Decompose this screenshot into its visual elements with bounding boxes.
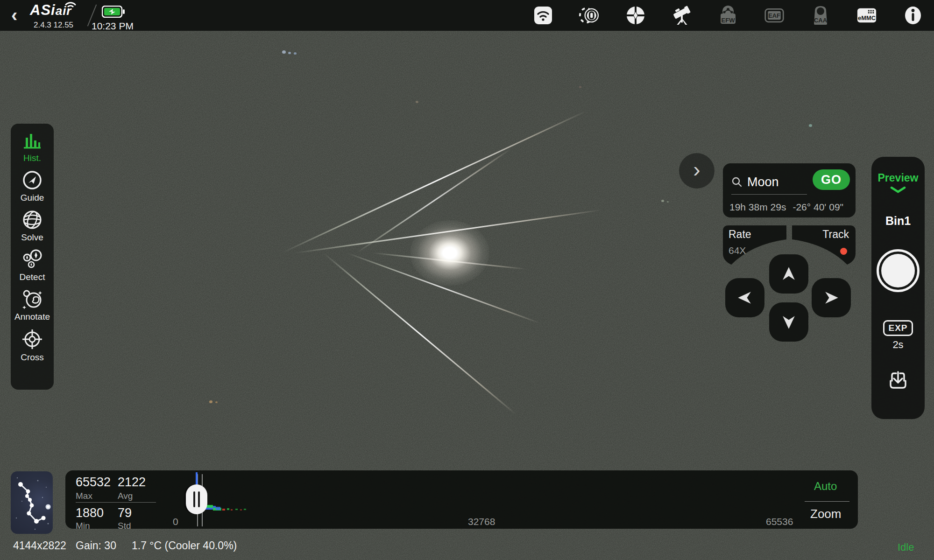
stat-min-value: 1880: [76, 506, 104, 520]
capture-panel: Preview Bin1 EXP 2s: [871, 157, 925, 419]
slew-right-button[interactable]: [812, 278, 851, 317]
stat-min-label: Min: [76, 521, 90, 531]
background-star: [209, 400, 212, 403]
gain-setting: Gain: 30: [76, 539, 116, 552]
shutter-button-inner: [881, 254, 915, 287]
sidebar-item-annotate[interactable]: Annotate: [11, 289, 54, 322]
exposure-value: 2s: [892, 339, 903, 351]
cooler-temperature: 1.7 °C (Cooler 40.0%): [132, 539, 237, 552]
caa-label: CAA: [814, 17, 828, 24]
track-status-dot: [840, 248, 847, 255]
goto-panel: Moon GO 19h 38m 29s-26° 40' 09": [723, 163, 856, 217]
caa-icon[interactable]: CAA CAA: [810, 5, 831, 26]
slider-grip: [193, 491, 195, 507]
rate-value: 64X: [729, 245, 746, 256]
axis-label-max: 65536: [766, 516, 793, 527]
crosshair-icon: [21, 329, 43, 350]
back-icon[interactable]: ‹: [11, 5, 25, 25]
target-ra: 19h 38m 29s: [729, 202, 786, 212]
emmc-icon[interactable]: eMMC eMMC: [856, 5, 877, 26]
goto-go-button[interactable]: GO: [813, 169, 850, 190]
mode-chevron-down-icon: [889, 186, 907, 194]
arrow-left-icon: [735, 287, 755, 308]
camera-state-badge: Idle: [898, 541, 914, 553]
stats-divider: [76, 502, 156, 503]
sidebar-item-label: Cross: [21, 352, 44, 363]
sidebar-item-detect[interactable]: Detect: [11, 249, 54, 282]
main-camera-icon[interactable]: [579, 5, 600, 26]
device-status-icons: EFW EFW EAF EAF CAA CAA: [533, 5, 923, 26]
stat-avg-value: 2122: [118, 475, 146, 490]
logo-text: ASi: [30, 2, 56, 18]
search-icon: [731, 176, 743, 188]
guide-target-icon[interactable]: [625, 5, 646, 26]
stat-std-label: Std: [118, 521, 131, 531]
histogram-rgb-data: [204, 504, 269, 514]
target-coordinates: 19h 38m 29s-26° 40' 09": [729, 202, 851, 213]
target-dec: -26° 40' 09": [792, 202, 843, 212]
left-toolbar: Hist. Guide Solve: [11, 124, 54, 390]
sky-atlas-thumbnail[interactable]: [11, 471, 53, 534]
stat-max-label: Max: [76, 491, 92, 501]
background-star: [809, 124, 812, 127]
exposure-button[interactable]: EXP: [883, 320, 913, 336]
slew-up-button[interactable]: [769, 254, 808, 294]
sidebar-item-histogram[interactable]: Hist.: [11, 132, 54, 163]
black-level-slider-handle[interactable]: [186, 484, 207, 514]
detect-stars-icon: [21, 249, 43, 270]
arrow-up-icon: [778, 264, 799, 284]
app-version: 2.4.3 12.55: [34, 21, 73, 30]
track-button[interactable]: Track: [822, 228, 849, 241]
asiair-logo: ASiair: [30, 2, 72, 19]
sidebar-item-guide[interactable]: Guide: [11, 170, 54, 203]
histogram-panel: 65532 Max 2122 Avg 1880 Min 79 Std: [65, 470, 858, 529]
efw-icon[interactable]: EFW EFW: [718, 5, 738, 26]
auto-stretch-button[interactable]: Auto: [814, 480, 837, 493]
sidebar-item-label: Detect: [20, 272, 45, 282]
sidebar-item-solve[interactable]: Solve: [11, 210, 54, 243]
zoom-button[interactable]: Zoom: [810, 507, 841, 521]
camera-mode-selector[interactable]: Preview: [878, 172, 919, 184]
slew-left-button[interactable]: [725, 278, 764, 317]
eaf-icon[interactable]: EAF EAF: [764, 5, 785, 26]
target-search-field[interactable]: Moon: [731, 172, 809, 192]
asiair-app: ‹ ASiair 2.4.3 12.55 10:23 PM: [0, 0, 934, 560]
search-underline: [731, 194, 807, 195]
collapse-panel-button[interactable]: ›: [679, 153, 715, 189]
top-bar: ‹ ASiair 2.4.3 12.55 10:23 PM: [0, 0, 934, 31]
background-star: [282, 50, 286, 54]
stat-std-value: 79: [118, 506, 132, 520]
annotate-galaxy-icon: [21, 289, 43, 309]
emmc-label: eMMC: [858, 14, 876, 21]
status-bar: 4144x2822 Gain: 30 1.7 °C (Cooler 40.0%)…: [0, 536, 934, 560]
rate-button[interactable]: Rate: [729, 228, 751, 241]
bin-selector[interactable]: Bin1: [885, 214, 911, 228]
histogram-icon: [22, 132, 42, 151]
sidebar-item-label: Hist.: [23, 153, 41, 163]
logo-wifi-arcs-icon: [63, 0, 78, 7]
sidebar-item-cross[interactable]: Cross: [11, 329, 54, 363]
efw-label: EFW: [722, 17, 736, 24]
solve-globe-icon: [22, 210, 42, 230]
clock-time: 10:23 PM: [92, 21, 134, 32]
axis-label-min: 0: [173, 516, 178, 527]
wifi-icon[interactable]: [533, 5, 553, 26]
constellation-figure: [11, 471, 53, 534]
slider-grip: [198, 491, 200, 507]
background-star: [661, 200, 664, 202]
telescope-icon[interactable]: [672, 5, 692, 26]
auto-zoom-divider: [805, 501, 849, 502]
eaf-label: EAF: [768, 12, 780, 19]
background-star: [416, 101, 418, 103]
slew-down-button[interactable]: [769, 302, 808, 342]
background-star: [579, 86, 581, 88]
shutter-button[interactable]: [877, 249, 920, 292]
info-icon[interactable]: [903, 5, 923, 26]
arrow-right-icon: [821, 287, 842, 308]
sensor-resolution: 4144x2822: [13, 539, 66, 552]
stat-avg-label: Avg: [118, 491, 133, 501]
guide-icon: [22, 170, 42, 190]
chevron-right-icon: ›: [693, 159, 700, 180]
stat-max-value: 65532: [76, 475, 111, 490]
save-download-icon[interactable]: [887, 370, 909, 390]
